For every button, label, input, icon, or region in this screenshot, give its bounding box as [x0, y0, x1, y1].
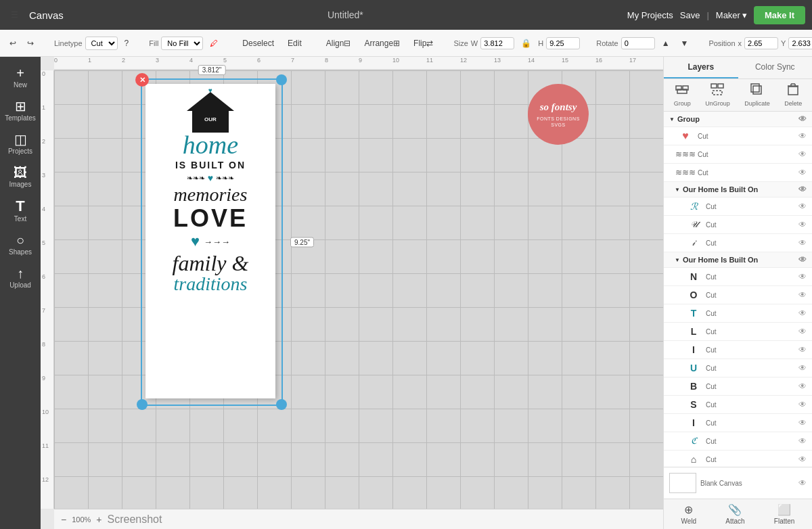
zoom-in-button[interactable]: +: [96, 514, 102, 525]
width-input[interactable]: [480, 37, 514, 49]
tab-color-sync[interactable]: Color Sync: [738, 57, 813, 78]
duplicate-action[interactable]: Duplicate: [744, 83, 770, 107]
resize-handle-bl[interactable]: [137, 399, 148, 410]
layer-cut-wave1: Cut: [698, 151, 794, 158]
layer-item-I2[interactable]: I Cut 👁: [664, 341, 812, 359]
flip-button[interactable]: Flip ⇄: [409, 37, 437, 50]
layer-item-U[interactable]: 𝒰 Cut 👁: [664, 216, 812, 234]
maker-button[interactable]: Maker ▾: [716, 10, 747, 20]
weld-label: Weld: [681, 518, 697, 525]
sidebar-item-text[interactable]: T Text: [3, 195, 38, 227]
layer-item-wave1[interactable]: ≋≋≋ Cut 👁: [664, 145, 812, 164]
layer-item-wave2[interactable]: ≋≋≋ Cut 👁: [664, 164, 812, 182]
redo-button[interactable]: ↪: [23, 37, 38, 50]
wave1-eye-icon[interactable]: 👁: [798, 150, 807, 159]
letter-S-icon: S: [685, 398, 702, 411]
heart-eye-icon[interactable]: 👁: [798, 131, 807, 141]
rotate-input[interactable]: [621, 37, 655, 49]
arrange-button[interactable]: Arrange ⊞: [360, 37, 404, 50]
ourhome1-eye[interactable]: 👁: [798, 185, 807, 194]
layer-item-B[interactable]: B Cut 👁: [664, 377, 812, 396]
save-button[interactable]: Save: [680, 10, 700, 20]
canvas-grid[interactable]: OUR ♥ home IS BUILT ON ❧❧❧ ♥ ❧❧❧: [54, 70, 663, 509]
sidebar-item-shapes[interactable]: ○ Shapes: [3, 229, 38, 260]
script-c-eye-icon[interactable]: 👁: [798, 436, 807, 446]
sidebar-item-upload[interactable]: ↑ Upload: [3, 262, 38, 293]
separator: |: [706, 10, 708, 20]
group-header-main[interactable]: ▼ Group 👁: [664, 112, 812, 127]
group-header-ourhome2[interactable]: ▼ Our Home Is Built On 👁: [664, 252, 812, 268]
delete-handle[interactable]: ✕: [135, 73, 149, 87]
ungroup-icon: [710, 83, 724, 99]
toolbar: ↩ ↪ Linetype Cut ? Fill No Fill 🖊 Desele…: [0, 30, 812, 57]
layer-item-U2[interactable]: U Cut 👁: [664, 359, 812, 377]
layer-item-script-c[interactable]: ℭ Cut 👁: [664, 432, 812, 451]
rotate-down[interactable]: ▼: [677, 37, 693, 50]
height-input[interactable]: [546, 37, 580, 49]
R-eye-icon[interactable]: 👁: [798, 202, 807, 211]
hamburger-menu[interactable]: ☰: [7, 8, 22, 22]
x-input[interactable]: [744, 37, 778, 49]
layer-cut-script-c: Cut: [706, 438, 794, 445]
align-button[interactable]: Align ⊟: [322, 37, 355, 50]
ourhome2-eye[interactable]: 👁: [798, 255, 807, 264]
tab-layers[interactable]: Layers: [664, 57, 738, 78]
layer-item-house[interactable]: ⌂ Cut 👁: [664, 451, 812, 467]
my-projects-button[interactable]: My Projects: [627, 10, 673, 20]
right-panel: Layers Color Sync Group UnGroup: [663, 57, 812, 529]
U2-eye-icon[interactable]: 👁: [798, 363, 807, 373]
wave2-eye-icon[interactable]: 👁: [798, 168, 807, 177]
canvas-area[interactable]: /* ruler ticks handled inline */ 0 1 2 3…: [41, 57, 663, 529]
I3-eye-icon[interactable]: 👁: [798, 418, 807, 428]
O-eye-icon[interactable]: 👁: [798, 290, 807, 300]
weld-button[interactable]: ⊕ Weld: [681, 503, 697, 525]
group-header-ourhome1[interactable]: ▼ Our Home Is Built On 👁: [664, 182, 812, 198]
layer-item-heart[interactable]: ♥ Cut 👁: [664, 127, 812, 145]
rotate-handle-tr[interactable]: [276, 74, 287, 85]
layer-item-I3[interactable]: I Cut 👁: [664, 414, 812, 432]
y-input[interactable]: [788, 37, 812, 49]
layer-item-R[interactable]: ℛ Cut 👁: [664, 198, 812, 216]
L-eye-icon[interactable]: 👁: [798, 327, 807, 336]
N-eye-icon[interactable]: 👁: [798, 272, 807, 281]
sidebar-item-new[interactable]: + New: [3, 62, 38, 93]
group-action[interactable]: Group: [674, 83, 691, 107]
layer-item-T[interactable]: T Cut 👁: [664, 304, 812, 323]
fill-color[interactable]: 🖊: [206, 37, 222, 50]
ungroup-action[interactable]: UnGroup: [705, 83, 730, 107]
linetype-select[interactable]: Cut: [85, 37, 118, 50]
layer-item-L[interactable]: L Cut 👁: [664, 323, 812, 341]
S-eye-icon[interactable]: 👁: [798, 400, 807, 409]
house-eye-icon[interactable]: 👁: [798, 455, 807, 464]
blank-canvas-eye[interactable]: 👁: [798, 478, 807, 488]
B-eye-icon[interactable]: 👁: [798, 382, 807, 391]
undo-button[interactable]: ↩: [5, 37, 20, 50]
I1-eye-icon[interactable]: 👁: [798, 238, 807, 248]
fill-select[interactable]: No Fill: [161, 37, 203, 50]
linetype-info[interactable]: ?: [120, 37, 133, 50]
blank-canvas-row[interactable]: Blank Canvas 👁: [664, 467, 812, 499]
flatten-button[interactable]: ⬜ Flatten: [774, 503, 795, 525]
sidebar-item-templates[interactable]: ⊞ Templates: [3, 95, 38, 126]
layer-item-S[interactable]: S Cut 👁: [664, 396, 812, 414]
edit-button[interactable]: Edit: [284, 37, 306, 50]
deselect-button[interactable]: Deselect: [238, 37, 278, 50]
layer-item-O[interactable]: O Cut 👁: [664, 286, 812, 304]
group-eye-icon[interactable]: 👁: [798, 114, 807, 124]
I2-eye-icon[interactable]: 👁: [798, 345, 807, 354]
T-eye-icon[interactable]: 👁: [798, 308, 807, 318]
attach-button[interactable]: 📎 Attach: [725, 503, 744, 525]
resize-handle-br[interactable]: [276, 399, 287, 410]
letter-U-icon: 𝒰: [685, 218, 702, 231]
svg-rect-8: [751, 84, 759, 92]
layer-item-N[interactable]: N Cut 👁: [664, 268, 812, 286]
delete-action[interactable]: Delete: [784, 83, 802, 107]
layer-item-I1[interactable]: 𝒾 Cut 👁: [664, 234, 812, 252]
lock-ratio[interactable]: 🔒: [517, 37, 535, 50]
zoom-out-button[interactable]: −: [61, 514, 66, 525]
U-eye-icon[interactable]: 👁: [798, 220, 807, 229]
sidebar-item-images[interactable]: 🖼 Images: [3, 162, 38, 192]
rotate-up[interactable]: ▲: [658, 37, 674, 50]
sidebar-item-projects[interactable]: ◫ Projects: [3, 129, 38, 159]
make-it-button[interactable]: Make It: [754, 6, 805, 24]
